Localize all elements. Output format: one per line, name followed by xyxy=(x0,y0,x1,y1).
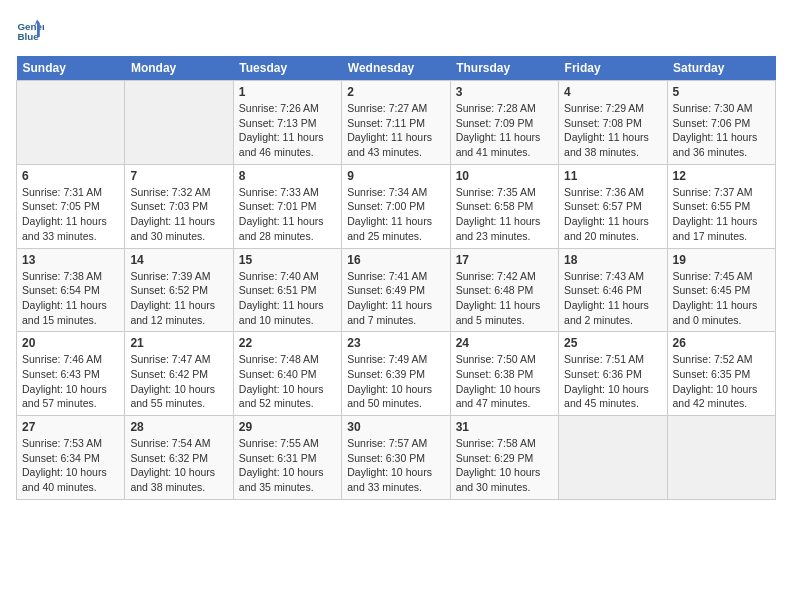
weekday-header: Monday xyxy=(125,56,233,81)
calendar-cell: 2Sunrise: 7:27 AM Sunset: 7:11 PM Daylig… xyxy=(342,81,450,165)
day-info: Sunrise: 7:42 AM Sunset: 6:48 PM Dayligh… xyxy=(456,269,553,328)
day-info: Sunrise: 7:47 AM Sunset: 6:42 PM Dayligh… xyxy=(130,352,227,411)
day-info: Sunrise: 7:28 AM Sunset: 7:09 PM Dayligh… xyxy=(456,101,553,160)
day-number: 2 xyxy=(347,85,444,99)
weekday-header: Saturday xyxy=(667,56,775,81)
day-info: Sunrise: 7:58 AM Sunset: 6:29 PM Dayligh… xyxy=(456,436,553,495)
day-info: Sunrise: 7:32 AM Sunset: 7:03 PM Dayligh… xyxy=(130,185,227,244)
day-info: Sunrise: 7:51 AM Sunset: 6:36 PM Dayligh… xyxy=(564,352,661,411)
day-info: Sunrise: 7:27 AM Sunset: 7:11 PM Dayligh… xyxy=(347,101,444,160)
day-number: 9 xyxy=(347,169,444,183)
calendar-week-row: 27Sunrise: 7:53 AM Sunset: 6:34 PM Dayli… xyxy=(17,416,776,500)
day-info: Sunrise: 7:52 AM Sunset: 6:35 PM Dayligh… xyxy=(673,352,770,411)
day-number: 7 xyxy=(130,169,227,183)
day-number: 16 xyxy=(347,253,444,267)
weekday-header: Wednesday xyxy=(342,56,450,81)
day-info: Sunrise: 7:43 AM Sunset: 6:46 PM Dayligh… xyxy=(564,269,661,328)
logo: General Blue xyxy=(16,16,48,44)
day-number: 28 xyxy=(130,420,227,434)
calendar-cell: 21Sunrise: 7:47 AM Sunset: 6:42 PM Dayli… xyxy=(125,332,233,416)
day-number: 22 xyxy=(239,336,336,350)
calendar-cell: 4Sunrise: 7:29 AM Sunset: 7:08 PM Daylig… xyxy=(559,81,667,165)
day-info: Sunrise: 7:26 AM Sunset: 7:13 PM Dayligh… xyxy=(239,101,336,160)
day-number: 6 xyxy=(22,169,119,183)
weekday-header: Thursday xyxy=(450,56,558,81)
calendar-cell: 18Sunrise: 7:43 AM Sunset: 6:46 PM Dayli… xyxy=(559,248,667,332)
svg-text:Blue: Blue xyxy=(17,31,39,42)
day-info: Sunrise: 7:29 AM Sunset: 7:08 PM Dayligh… xyxy=(564,101,661,160)
day-number: 30 xyxy=(347,420,444,434)
day-info: Sunrise: 7:50 AM Sunset: 6:38 PM Dayligh… xyxy=(456,352,553,411)
calendar-week-row: 1Sunrise: 7:26 AM Sunset: 7:13 PM Daylig… xyxy=(17,81,776,165)
day-info: Sunrise: 7:36 AM Sunset: 6:57 PM Dayligh… xyxy=(564,185,661,244)
calendar-cell: 31Sunrise: 7:58 AM Sunset: 6:29 PM Dayli… xyxy=(450,416,558,500)
day-number: 14 xyxy=(130,253,227,267)
calendar-cell: 20Sunrise: 7:46 AM Sunset: 6:43 PM Dayli… xyxy=(17,332,125,416)
day-info: Sunrise: 7:35 AM Sunset: 6:58 PM Dayligh… xyxy=(456,185,553,244)
day-number: 8 xyxy=(239,169,336,183)
calendar-week-row: 6Sunrise: 7:31 AM Sunset: 7:05 PM Daylig… xyxy=(17,164,776,248)
calendar-cell: 5Sunrise: 7:30 AM Sunset: 7:06 PM Daylig… xyxy=(667,81,775,165)
day-info: Sunrise: 7:41 AM Sunset: 6:49 PM Dayligh… xyxy=(347,269,444,328)
day-info: Sunrise: 7:49 AM Sunset: 6:39 PM Dayligh… xyxy=(347,352,444,411)
day-info: Sunrise: 7:48 AM Sunset: 6:40 PM Dayligh… xyxy=(239,352,336,411)
calendar-cell: 23Sunrise: 7:49 AM Sunset: 6:39 PM Dayli… xyxy=(342,332,450,416)
calendar-table: SundayMondayTuesdayWednesdayThursdayFrid… xyxy=(16,56,776,500)
day-info: Sunrise: 7:37 AM Sunset: 6:55 PM Dayligh… xyxy=(673,185,770,244)
day-number: 27 xyxy=(22,420,119,434)
day-info: Sunrise: 7:53 AM Sunset: 6:34 PM Dayligh… xyxy=(22,436,119,495)
day-info: Sunrise: 7:40 AM Sunset: 6:51 PM Dayligh… xyxy=(239,269,336,328)
day-info: Sunrise: 7:57 AM Sunset: 6:30 PM Dayligh… xyxy=(347,436,444,495)
calendar-week-row: 13Sunrise: 7:38 AM Sunset: 6:54 PM Dayli… xyxy=(17,248,776,332)
calendar-cell: 11Sunrise: 7:36 AM Sunset: 6:57 PM Dayli… xyxy=(559,164,667,248)
calendar-cell: 12Sunrise: 7:37 AM Sunset: 6:55 PM Dayli… xyxy=(667,164,775,248)
day-number: 29 xyxy=(239,420,336,434)
calendar-cell xyxy=(559,416,667,500)
calendar-cell: 24Sunrise: 7:50 AM Sunset: 6:38 PM Dayli… xyxy=(450,332,558,416)
day-number: 19 xyxy=(673,253,770,267)
calendar-cell: 9Sunrise: 7:34 AM Sunset: 7:00 PM Daylig… xyxy=(342,164,450,248)
day-info: Sunrise: 7:46 AM Sunset: 6:43 PM Dayligh… xyxy=(22,352,119,411)
calendar-cell: 27Sunrise: 7:53 AM Sunset: 6:34 PM Dayli… xyxy=(17,416,125,500)
calendar-cell: 19Sunrise: 7:45 AM Sunset: 6:45 PM Dayli… xyxy=(667,248,775,332)
day-number: 26 xyxy=(673,336,770,350)
calendar-cell: 13Sunrise: 7:38 AM Sunset: 6:54 PM Dayli… xyxy=(17,248,125,332)
calendar-cell: 14Sunrise: 7:39 AM Sunset: 6:52 PM Dayli… xyxy=(125,248,233,332)
weekday-header: Friday xyxy=(559,56,667,81)
day-number: 20 xyxy=(22,336,119,350)
weekday-header: Sunday xyxy=(17,56,125,81)
calendar-cell: 26Sunrise: 7:52 AM Sunset: 6:35 PM Dayli… xyxy=(667,332,775,416)
calendar-cell: 17Sunrise: 7:42 AM Sunset: 6:48 PM Dayli… xyxy=(450,248,558,332)
calendar-cell xyxy=(125,81,233,165)
day-info: Sunrise: 7:31 AM Sunset: 7:05 PM Dayligh… xyxy=(22,185,119,244)
calendar-cell: 25Sunrise: 7:51 AM Sunset: 6:36 PM Dayli… xyxy=(559,332,667,416)
day-info: Sunrise: 7:33 AM Sunset: 7:01 PM Dayligh… xyxy=(239,185,336,244)
day-number: 25 xyxy=(564,336,661,350)
calendar-cell: 15Sunrise: 7:40 AM Sunset: 6:51 PM Dayli… xyxy=(233,248,341,332)
day-number: 4 xyxy=(564,85,661,99)
calendar-cell: 6Sunrise: 7:31 AM Sunset: 7:05 PM Daylig… xyxy=(17,164,125,248)
day-number: 5 xyxy=(673,85,770,99)
calendar-cell: 1Sunrise: 7:26 AM Sunset: 7:13 PM Daylig… xyxy=(233,81,341,165)
day-info: Sunrise: 7:38 AM Sunset: 6:54 PM Dayligh… xyxy=(22,269,119,328)
day-number: 18 xyxy=(564,253,661,267)
calendar-cell: 3Sunrise: 7:28 AM Sunset: 7:09 PM Daylig… xyxy=(450,81,558,165)
day-number: 10 xyxy=(456,169,553,183)
day-number: 11 xyxy=(564,169,661,183)
calendar-cell: 8Sunrise: 7:33 AM Sunset: 7:01 PM Daylig… xyxy=(233,164,341,248)
calendar-cell: 7Sunrise: 7:32 AM Sunset: 7:03 PM Daylig… xyxy=(125,164,233,248)
day-number: 3 xyxy=(456,85,553,99)
weekday-header: Tuesday xyxy=(233,56,341,81)
day-number: 13 xyxy=(22,253,119,267)
day-info: Sunrise: 7:45 AM Sunset: 6:45 PM Dayligh… xyxy=(673,269,770,328)
page-header: General Blue xyxy=(16,16,776,44)
day-info: Sunrise: 7:34 AM Sunset: 7:00 PM Dayligh… xyxy=(347,185,444,244)
day-number: 24 xyxy=(456,336,553,350)
day-info: Sunrise: 7:30 AM Sunset: 7:06 PM Dayligh… xyxy=(673,101,770,160)
day-number: 12 xyxy=(673,169,770,183)
calendar-cell: 16Sunrise: 7:41 AM Sunset: 6:49 PM Dayli… xyxy=(342,248,450,332)
day-number: 21 xyxy=(130,336,227,350)
day-number: 17 xyxy=(456,253,553,267)
calendar-week-row: 20Sunrise: 7:46 AM Sunset: 6:43 PM Dayli… xyxy=(17,332,776,416)
calendar-cell: 28Sunrise: 7:54 AM Sunset: 6:32 PM Dayli… xyxy=(125,416,233,500)
